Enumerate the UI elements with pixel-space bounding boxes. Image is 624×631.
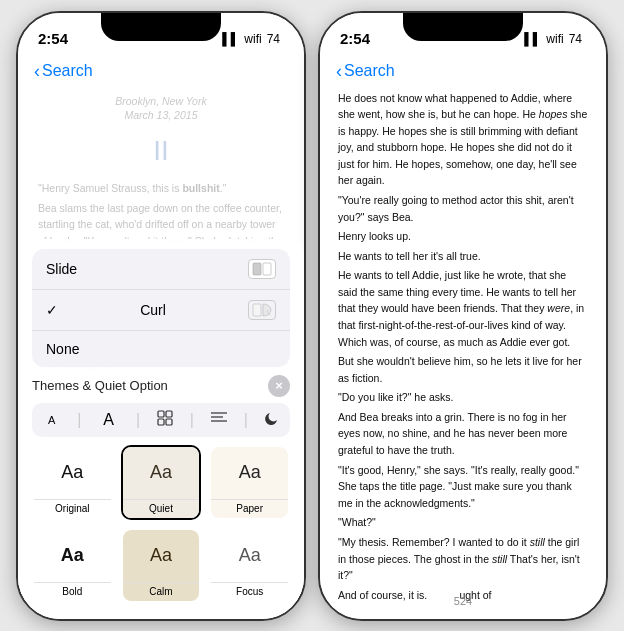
theme-bold-preview: Aa: [34, 530, 111, 582]
theme-paper[interactable]: Aa Paper: [209, 445, 290, 520]
theme-paper-preview: Aa: [211, 447, 288, 499]
left-phone: 2:54 ▌▌ wifi 74 ‹ Search Brooklyn, New Y…: [16, 11, 306, 621]
status-time-left: 2:54: [38, 30, 68, 47]
back-arrow-icon-right: ‹: [336, 61, 342, 82]
page-number: 524: [454, 595, 472, 607]
status-icons-right: ▌▌ wifi 74: [524, 32, 582, 46]
typo-separator-2: |: [136, 411, 140, 429]
svg-rect-4: [166, 411, 172, 417]
small-a-button[interactable]: A: [42, 412, 61, 428]
theme-original-label: Original: [34, 499, 111, 518]
svg-rect-0: [253, 263, 261, 275]
theme-bold-label: Bold: [34, 582, 111, 601]
theme-paper-label: Paper: [211, 499, 288, 518]
theme-bold[interactable]: Aa Bold: [32, 528, 113, 603]
nav-bar-left: ‹ Search: [18, 57, 304, 86]
theme-quiet-label: Quiet: [123, 499, 200, 518]
theme-focus-preview: Aa: [211, 530, 288, 582]
theme-focus[interactable]: Aa Focus: [209, 528, 290, 603]
svg-rect-6: [166, 419, 172, 425]
svg-rect-2: [253, 304, 261, 316]
typo-separator-1: |: [77, 411, 81, 429]
typo-separator-4: |: [244, 411, 248, 429]
back-label-right: Search: [344, 62, 395, 80]
theme-original-preview: Aa: [34, 447, 111, 499]
typo-separator-3: |: [190, 411, 194, 429]
right-phone: 2:54 ▌▌ wifi 74 ‹ Search He does not kno…: [318, 11, 608, 621]
large-a-button[interactable]: A: [97, 409, 120, 431]
signal-icon-right: ▌▌: [524, 32, 541, 46]
status-time-right: 2:54: [340, 30, 370, 47]
none-option[interactable]: None: [32, 331, 290, 367]
theme-calm-label: Calm: [123, 582, 200, 601]
back-button-left[interactable]: ‹ Search: [34, 61, 93, 82]
theme-grid: Aa Original Aa Quiet Aa Paper Aa Bold: [32, 445, 290, 603]
typography-toolbar: A | A | |: [32, 403, 290, 437]
notch: [101, 13, 221, 41]
slide-option[interactable]: Slide: [32, 249, 290, 290]
battery-icon: 74: [267, 32, 280, 46]
panel-overlay: Slide ✓ Curl: [18, 239, 304, 619]
nav-bar-right: ‹ Search: [320, 57, 606, 86]
svg-rect-5: [158, 419, 164, 425]
checkmark-icon: ✓: [46, 302, 58, 318]
wifi-icon-right: wifi: [546, 32, 563, 46]
theme-original[interactable]: Aa Original: [32, 445, 113, 520]
close-icon: ×: [275, 378, 283, 393]
chapter-numeral: II: [38, 129, 284, 172]
format-icon[interactable]: [156, 409, 174, 431]
slide-icon: [248, 259, 276, 279]
back-arrow-icon: ‹: [34, 61, 40, 82]
theme-focus-label: Focus: [211, 582, 288, 601]
signal-icon: ▌▌: [222, 32, 239, 46]
notch-right: [403, 13, 523, 41]
theme-quiet-preview: Aa: [123, 447, 200, 499]
theme-quiet[interactable]: Aa Quiet: [121, 445, 202, 520]
scroll-options: Slide ✓ Curl: [32, 249, 290, 367]
theme-calm[interactable]: Aa Calm: [121, 528, 202, 603]
chapter-location: Brooklyn, New YorkMarch 13, 2015: [38, 94, 284, 123]
none-label: None: [46, 341, 79, 357]
curl-label: Curl: [140, 302, 166, 318]
back-label-left: Search: [42, 62, 93, 80]
theme-calm-preview: Aa: [123, 530, 200, 582]
close-button[interactable]: ×: [268, 375, 290, 397]
status-icons-left: ▌▌ wifi 74: [222, 32, 280, 46]
themes-label: Themes & Quiet Option: [32, 378, 168, 393]
wifi-icon: wifi: [244, 32, 261, 46]
book-content-right: He does not know what happened to Addie,…: [320, 86, 606, 604]
svg-rect-3: [158, 411, 164, 417]
moon-icon[interactable]: [264, 410, 280, 429]
battery-icon-right: 74: [569, 32, 582, 46]
curl-icon: [248, 300, 276, 320]
svg-rect-1: [263, 263, 271, 275]
book-text-right: He does not know what happened to Addie,…: [338, 90, 588, 604]
back-button-right[interactable]: ‹ Search: [336, 61, 395, 82]
curl-option[interactable]: ✓ Curl: [32, 290, 290, 331]
slide-label: Slide: [46, 261, 77, 277]
themes-header: Themes & Quiet Option ×: [32, 375, 290, 397]
align-icon[interactable]: [210, 411, 228, 429]
